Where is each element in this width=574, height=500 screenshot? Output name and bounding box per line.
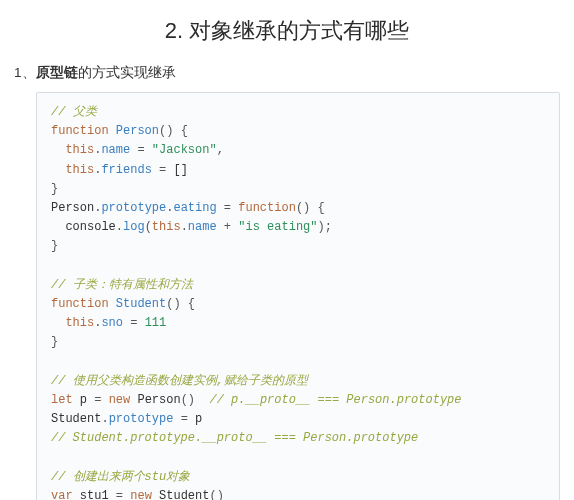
code-keyword: function (51, 297, 109, 311)
code-keyword: this (65, 143, 94, 157)
code-op: = (123, 316, 145, 330)
code-ident: Person (137, 393, 180, 407)
code-op: = (217, 201, 239, 215)
page: 2. 对象继承的方式有哪些 1、原型链的方式实现继承 // 父类 functio… (0, 0, 574, 500)
code-op: = (130, 143, 152, 157)
code-keyword: this (65, 316, 94, 330)
code-ident: name (188, 220, 217, 234)
code-fn-name: Person (116, 124, 159, 138)
code-ident: log (123, 220, 145, 234)
code-punct: ) (217, 489, 224, 500)
code-ident: sno (101, 316, 123, 330)
code-op: = (173, 412, 195, 426)
code-comment: // 父类 (51, 105, 97, 119)
code-punct: ) (303, 201, 310, 215)
code-literal: [] (173, 163, 187, 177)
section-index: 1、 (14, 65, 36, 80)
code-ident: console (65, 220, 115, 234)
code-punct: ) (166, 124, 173, 138)
code-punct: ( (296, 201, 303, 215)
section-suffix: 的方式实现继承 (78, 65, 176, 80)
section-bold: 原型链 (36, 65, 78, 80)
code-keyword: new (109, 393, 131, 407)
code-punct: . (116, 220, 123, 234)
code-content: // 父类 function Person() { this.name = "J… (51, 103, 545, 500)
code-comment: // Student.prototype.__proto__ === Perso… (51, 431, 418, 445)
code-punct: ; (325, 220, 332, 234)
page-title: 2. 对象继承的方式有哪些 (14, 16, 560, 46)
code-punct: ( (181, 393, 188, 407)
code-ident: Person (51, 201, 94, 215)
code-ident: friends (101, 163, 151, 177)
code-ident: p (80, 393, 87, 407)
section-heading: 1、原型链的方式实现继承 (14, 64, 560, 82)
code-ident: eating (173, 201, 216, 215)
code-ident: prototype (101, 201, 166, 215)
code-block: // 父类 function Person() { this.name = "J… (36, 92, 560, 500)
code-punct: { (188, 297, 195, 311)
code-op: + (217, 220, 239, 234)
code-ident: stu1 (80, 489, 109, 500)
code-number: 111 (145, 316, 167, 330)
code-keyword: this (152, 220, 181, 234)
code-punct: . (101, 412, 108, 426)
code-fn-name: Student (116, 297, 166, 311)
code-ident: name (101, 143, 130, 157)
code-ident: Student (159, 489, 209, 500)
code-punct: ( (145, 220, 152, 234)
code-comment: // 创建出来两个stu对象 (51, 470, 190, 484)
code-punct: { (317, 201, 324, 215)
code-punct: , (217, 143, 224, 157)
code-string: "Jackson" (152, 143, 217, 157)
code-keyword: this (65, 163, 94, 177)
code-ident: p (195, 412, 202, 426)
code-op: = (109, 489, 131, 500)
code-punct: } (51, 335, 58, 349)
code-keyword: var (51, 489, 73, 500)
code-punct: { (181, 124, 188, 138)
code-op: = (152, 163, 174, 177)
code-keyword: new (130, 489, 152, 500)
code-punct: ) (318, 220, 325, 234)
code-keyword: function (51, 124, 109, 138)
code-comment: // 子类：特有属性和方法 (51, 278, 193, 292)
code-punct: . (181, 220, 188, 234)
code-punct: ( (209, 489, 216, 500)
code-punct: ) (173, 297, 180, 311)
code-string: "is eating" (238, 220, 317, 234)
code-ident: Student (51, 412, 101, 426)
code-comment: // 使用父类构造函数创建实例,赋给子类的原型 (51, 374, 308, 388)
code-ident: prototype (109, 412, 174, 426)
code-op: = (87, 393, 109, 407)
code-punct: } (51, 182, 58, 196)
code-punct: ) (188, 393, 195, 407)
code-comment: // p.__proto__ === Person.prototype (209, 393, 461, 407)
code-keyword: let (51, 393, 73, 407)
code-keyword: function (238, 201, 296, 215)
code-punct: } (51, 239, 58, 253)
